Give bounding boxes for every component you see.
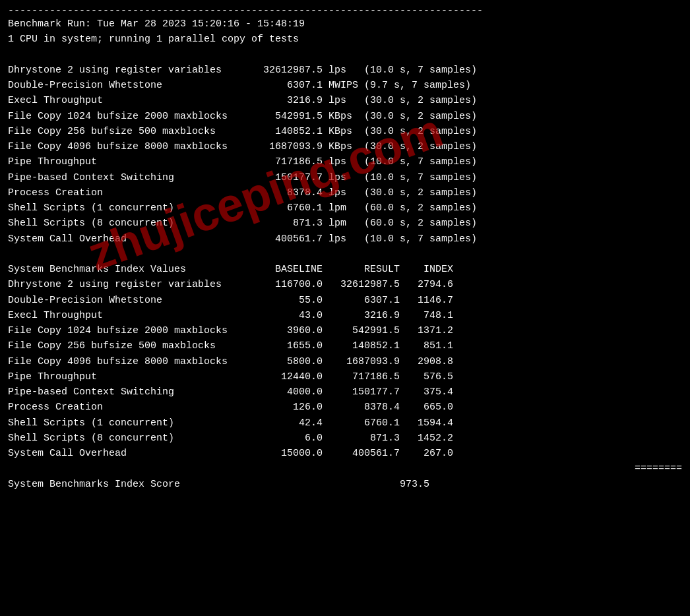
raw-result-row: Shell Scripts (1 concurrent) 6760.1 lpm … (8, 200, 682, 216)
header-line2: 1 CPU in system; running 1 parallel copy… (8, 32, 682, 47)
index-result-row: Dhrystone 2 using register variables 116… (8, 277, 682, 292)
raw-result-row: File Copy 4096 bufsize 8000 maxblocks 16… (8, 139, 682, 154)
index-result-row: System Call Overhead 15000.0 400561.7 26… (8, 446, 682, 461)
index-section: System Benchmarks Index Values BASELINE … (8, 262, 682, 461)
raw-result-row: Shell Scripts (8 concurrent) 871.3 lpm (… (8, 216, 682, 231)
raw-result-row: File Copy 1024 bufsize 2000 maxblocks 54… (8, 109, 682, 124)
index-result-row: Double-Precision Whetstone 55.0 6307.1 1… (8, 293, 682, 308)
raw-result-row: Dhrystone 2 using register variables 326… (8, 63, 682, 78)
score-line: System Benchmarks Index Score 973.5 (8, 477, 682, 492)
score-equals: ======== (8, 461, 682, 476)
raw-result-row: Pipe-based Context Switching 150177.7 lp… (8, 170, 682, 185)
index-result-row: Shell Scripts (1 concurrent) 42.4 6760.1… (8, 416, 682, 431)
separator-top: ----------------------------------------… (8, 5, 682, 16)
index-result-row: Execl Throughput 43.0 3216.9 748.1 (8, 308, 682, 323)
raw-result-row: Pipe Throughput 717186.5 lps (10.0 s, 7 … (8, 154, 682, 169)
index-result-row: Shell Scripts (8 concurrent) 6.0 871.3 1… (8, 431, 682, 446)
raw-result-row: Execl Throughput 3216.9 lps (30.0 s, 2 s… (8, 93, 682, 108)
raw-result-row: Double-Precision Whetstone 6307.1 MWIPS … (8, 78, 682, 93)
index-result-row: File Copy 4096 bufsize 8000 maxblocks 58… (8, 354, 682, 369)
index-result-row: Pipe-based Context Switching 4000.0 1501… (8, 385, 682, 400)
index-result-row: File Copy 1024 bufsize 2000 maxblocks 39… (8, 323, 682, 338)
index-header-row: System Benchmarks Index Values BASELINE … (8, 262, 682, 277)
index-result-row: Process Creation 126.0 8378.4 665.0 (8, 400, 682, 415)
raw-result-row: File Copy 256 bufsize 500 maxblocks 1408… (8, 124, 682, 139)
header-line1: Benchmark Run: Tue Mar 28 2023 15:20:16 … (8, 16, 682, 32)
raw-result-row: System Call Overhead 400561.7 lps (10.0 … (8, 231, 682, 247)
raw-result-row: Process Creation 8378.4 lps (30.0 s, 2 s… (8, 185, 682, 200)
raw-results-table: Dhrystone 2 using register variables 326… (8, 63, 682, 247)
index-result-row: File Copy 256 bufsize 500 maxblocks 1655… (8, 338, 682, 354)
index-result-row: Pipe Throughput 12440.0 717186.5 576.5 (8, 369, 682, 385)
